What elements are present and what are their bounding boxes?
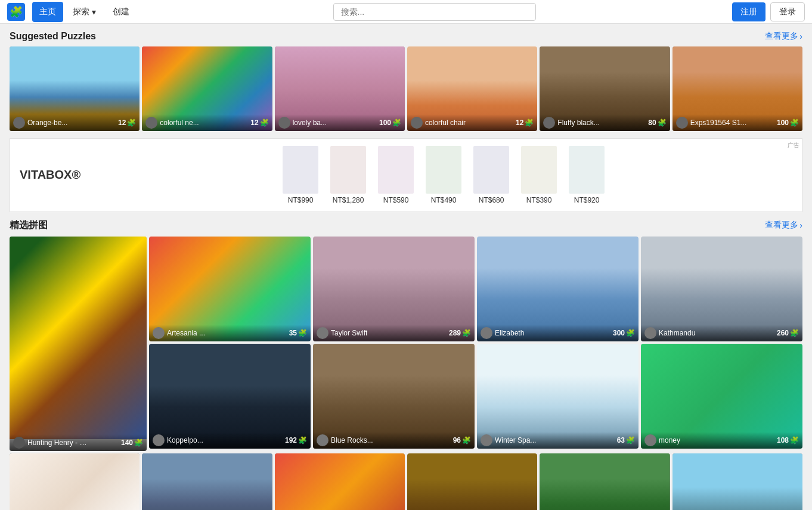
avatar [153,434,165,446]
avatar [644,434,656,446]
suggested-card[interactable]: colorful ne... 12 🧩 [142,46,272,131]
featured-card[interactable]: Elizabeth 300 🧩 [477,237,639,341]
avatar [481,327,492,339]
suggested-view-more[interactable]: 查看更多 › [765,31,802,42]
product-price: NT$680 [473,196,509,204]
nav-create-label: 创建 [113,7,129,17]
puzzle-thumb [672,453,802,510]
product-image [330,146,366,194]
puzzle-piece-icon: 🧩 [462,436,471,444]
puzzle-piece-icon: 🧩 [626,436,635,444]
suggested-title: Suggested Puzzles [10,31,96,42]
bottom-card[interactable] [142,453,272,510]
avatar [411,117,423,129]
featured-card[interactable]: Blue Rocks... 96 🧩 [313,344,475,449]
piece-count-value: 63 [617,436,625,444]
avatar [317,327,328,339]
featured-title: 精选拼图 [10,219,48,232]
puzzle-label: Orange-be... [27,119,67,127]
puzzle-piece-icon: 🧩 [790,436,799,444]
app-logo: 🧩 [7,3,25,21]
featured-card[interactable]: Kathmandu 260 🧩 [641,237,802,341]
featured-section-header: 精选拼图 查看更多 › [10,219,802,232]
featured-main-card[interactable]: Hunting Henry - December 31... 140 🧩 [10,237,147,451]
featured-main-label: Hunting Henry - December 31... [27,439,87,447]
puzzle-icon: 🧩 [134,439,143,447]
featured-main-count: 140 [121,439,133,447]
puzzle-label: Koppelpo... [167,436,203,444]
puzzle-label: Winter Spa... [495,436,536,444]
puzzle-piece-icon: 🧩 [462,329,471,337]
featured-view-more[interactable]: 查看更多 › [765,220,802,231]
product-price: NT$490 [426,196,461,204]
login-button[interactable]: 登录 [770,2,805,21]
avatar [13,117,25,129]
product-image [569,146,605,194]
puzzle-label: lovely ba... [293,119,327,127]
nav-explore[interactable]: 探索 ▾ [66,2,103,22]
avatar [145,117,157,129]
featured-layout: Hunting Henry - December 31... 140 🧩 Art… [10,237,802,451]
piece-count-value: 300 [613,329,625,337]
suggested-grid: Orange-be... 12 🧩 colorful ne... 12 🧩 lo [10,46,802,131]
bottom-card[interactable] [10,453,140,510]
nav-explore-label: 探索 [73,7,89,17]
product-image [521,146,557,194]
product-image [473,146,509,194]
puzzle-thumb [275,453,405,510]
puzzle-label: Kathmandu [659,329,695,337]
suggested-card[interactable]: Orange-be... 12 🧩 [10,46,140,131]
ad-product[interactable]: NT$590 [378,146,414,204]
avatar [644,327,656,339]
featured-card[interactable]: Artesania ... 35 🧩 [149,237,311,341]
ad-product[interactable]: NT$1,280 [330,146,366,204]
ad-product[interactable]: NT$490 [426,146,461,204]
puzzle-piece-icon: 🧩 [790,119,799,127]
featured-card[interactable]: Koppelpo... 192 🧩 [149,344,311,449]
nav-home[interactable]: 主页 [32,2,63,22]
avatar [676,117,688,129]
featured-row1: Artesania ... 35 🧩 Taylor Swift 289 🧩 El [149,237,802,341]
puzzle-thumb [407,453,537,510]
puzzle-piece-icon: 🧩 [127,119,136,127]
avatar [543,117,555,129]
puzzle-piece-icon: 🧩 [626,329,635,337]
avatar [153,327,165,339]
featured-card[interactable]: Taylor Swift 289 🧩 [313,237,475,341]
piece-count-value: 260 [777,329,789,337]
avatar [481,434,492,446]
bottom-grid [10,453,802,510]
bottom-card[interactable] [540,453,670,510]
ad-product[interactable]: NT$680 [473,146,509,204]
ad-product[interactable]: NT$920 [569,146,605,204]
ad-product[interactable]: NT$390 [521,146,557,204]
nav-home-label: 主页 [39,7,56,17]
product-image [378,146,414,194]
suggested-card[interactable]: Exps191564 S1... 100 🧩 [672,46,802,131]
search-area [139,3,730,21]
featured-card[interactable]: Winter Spa... 63 🧩 [477,344,639,449]
nav-actions: 注册 登录 [732,2,805,21]
ad-product[interactable]: NT$990 [283,146,318,204]
piece-count-value: 12 [516,119,523,127]
suggested-card[interactable]: lovely ba... 100 🧩 [275,46,405,131]
puzzle-label: Elizabeth [495,329,524,337]
suggested-card[interactable]: Fluffy black... 80 🧩 [540,46,670,131]
bottom-card[interactable] [407,453,537,510]
piece-count-value: 289 [449,329,461,337]
piece-count-value: 100 [379,119,391,127]
piece-count-value: 96 [453,436,461,444]
register-button[interactable]: 注册 [732,2,765,21]
bottom-card[interactable] [672,453,802,510]
suggested-card[interactable]: colorful chair 12 🧩 [407,46,537,131]
navbar: 🧩 主页 探索 ▾ 创建 注册 登录 [0,0,812,24]
bottom-card[interactable] [275,453,405,510]
avatar [317,434,328,446]
search-input[interactable] [333,3,536,21]
avatar [278,117,290,129]
product-price: NT$1,280 [330,196,366,204]
piece-count-value: 12 [118,119,126,127]
product-price: NT$990 [283,196,318,204]
featured-card[interactable]: money 108 🧩 [641,344,802,449]
nav-create[interactable]: 创建 [106,2,137,22]
